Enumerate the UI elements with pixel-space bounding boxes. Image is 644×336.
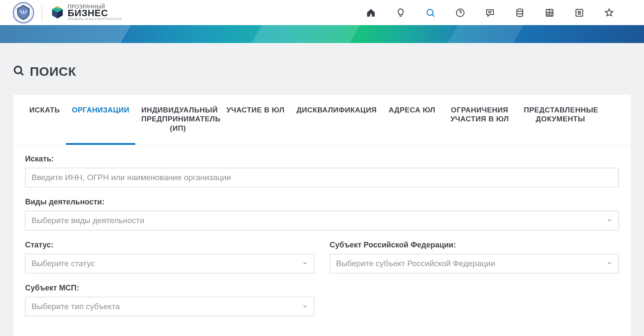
tab-participation-limits[interactable]: ОГРАНИЧЕНИЯ УЧАСТИЯ В ЮЛ (442, 95, 518, 145)
logo-line2: БИЗНЕС (68, 9, 122, 17)
chat-icon[interactable] (485, 8, 495, 18)
logo-line3: ПРОВЕРЬ СЕБЯ И КОНТРАГЕНТА (68, 18, 122, 20)
field-status: Статус: Выберите статус (25, 241, 314, 273)
search-card: ИСКАТЬ ОРГАНИЗАЦИИ ИНДИВИДУАЛЬНЫЙ ПРЕДПР… (13, 94, 631, 336)
svg-point-6 (517, 9, 523, 11)
region-label: Субъект Российской Федерации: (330, 241, 619, 250)
main: ПОИСК ИСКАТЬ ОРГАНИЗАЦИИ ИНДИВИДУАЛЬНЫЙ … (0, 43, 644, 336)
chevron-down-icon (607, 259, 613, 268)
emblem-icon (13, 2, 34, 23)
region-placeholder: Выберите субъект Российской Федерации (336, 259, 495, 268)
tab-organizations[interactable]: ОРГАНИЗАЦИИ (66, 95, 135, 145)
tabs: ИСКАТЬ ОРГАНИЗАЦИИ ИНДИВИДУАЛЬНЫЙ ПРЕДПР… (13, 95, 631, 145)
status-placeholder: Выберите статус (31, 259, 95, 268)
chevron-down-icon (302, 302, 308, 311)
home-icon[interactable] (366, 8, 376, 18)
nav-icons (366, 8, 631, 18)
activity-placeholder: Выберите виды деятельности (31, 216, 144, 225)
cube-icon (50, 5, 65, 20)
field-region: Субъект Российской Федерации: Выберите с… (330, 241, 619, 273)
page-title: ПОИСК (30, 64, 76, 79)
chevron-down-icon (607, 216, 613, 225)
tab-label: ПРЕДСТАВЛЕННЫЕ ДОКУМЕНТЫ (524, 106, 598, 123)
tab-label: АДРЕСА ЮЛ (389, 106, 436, 114)
help-icon[interactable] (455, 8, 465, 18)
tab-label: ИНДИВИДУАЛЬНЫЙ ПРЕДПРИНИМАТЕЛЬ (ИП) (141, 106, 220, 132)
tab-individual-entrepreneur[interactable]: ИНДИВИДУАЛЬНЫЙ ПРЕДПРИНИМАТЕЛЬ (ИП) (135, 95, 220, 145)
activity-label: Виды деятельности: (25, 198, 619, 207)
field-msp: Субъект МСП: Выберите тип субъекта (25, 284, 314, 316)
tab-label: ОРГАНИЗАЦИИ (72, 106, 129, 114)
msp-label: Субъект МСП: (25, 284, 314, 293)
tab-addresses[interactable]: АДРЕСА ЮЛ (383, 95, 442, 145)
header: ПРОЗРАЧНЫЙ БИЗНЕС ПРОВЕРЬ СЕБЯ И КОНТРАГ… (0, 0, 644, 25)
svg-point-9 (14, 66, 21, 73)
search-input[interactable] (25, 168, 619, 187)
tab-label: ДИСКВАЛИФИКАЦИЯ (296, 106, 377, 114)
tab-label: ИСКАТЬ (29, 106, 60, 114)
status-select[interactable]: Выберите статус (25, 254, 314, 273)
tab-label: ОГРАНИЧЕНИЯ УЧАСТИЯ В ЮЛ (450, 106, 509, 123)
logo-text-block: ПРОЗРАЧНЫЙ БИЗНЕС ПРОВЕРЬ СЕБЯ И КОНТРАГ… (50, 5, 122, 21)
tab-label: УЧАСТИЕ В ЮЛ (226, 106, 285, 114)
status-label: Статус: (25, 241, 314, 250)
calculator-icon[interactable] (544, 8, 555, 18)
msp-select[interactable]: Выберите тип субъекта (25, 297, 314, 316)
star-icon[interactable] (604, 8, 614, 18)
activity-select[interactable]: Выберите виды деятельности (25, 211, 619, 230)
tab-search-all[interactable]: ИСКАТЬ (23, 95, 66, 145)
field-search: Искать: (25, 155, 619, 187)
field-activity: Виды деятельности: Выберите виды деятель… (25, 198, 619, 230)
search-label: Искать: (25, 155, 619, 164)
database-icon[interactable] (515, 8, 525, 18)
tab-disqualification[interactable]: ДИСКВАЛИФИКАЦИЯ (291, 95, 383, 145)
logo-title: ПРОЗРАЧНЫЙ БИЗНЕС ПРОВЕРЬ СЕБЯ И КОНТРАГ… (68, 5, 122, 21)
chevron-down-icon (302, 259, 308, 268)
tab-participation[interactable]: УЧАСТИЕ В ЮЛ (220, 95, 291, 145)
search-title-icon (13, 65, 25, 78)
logo-block[interactable]: ПРОЗРАЧНЫЙ БИЗНЕС ПРОВЕРЬ СЕБЯ И КОНТРАГ… (13, 2, 122, 23)
actions: Найти Очистить (13, 330, 631, 336)
form-body: Искать: Виды деятельности: Выберите виды… (13, 145, 631, 330)
logo-divider (42, 5, 42, 20)
page-title-row: ПОИСК (13, 64, 631, 79)
list-icon[interactable] (574, 8, 584, 18)
tab-documents[interactable]: ПРЕДСТАВЛЕННЫЕ ДОКУМЕНТЫ (518, 95, 603, 145)
lightbulb-icon[interactable] (396, 8, 406, 18)
svg-point-4 (427, 9, 433, 15)
msp-placeholder: Выберите тип субъекта (31, 302, 120, 311)
region-select[interactable]: Выберите субъект Российской Федерации (330, 254, 619, 273)
banner-strip (0, 25, 644, 43)
search-icon[interactable] (425, 8, 436, 18)
